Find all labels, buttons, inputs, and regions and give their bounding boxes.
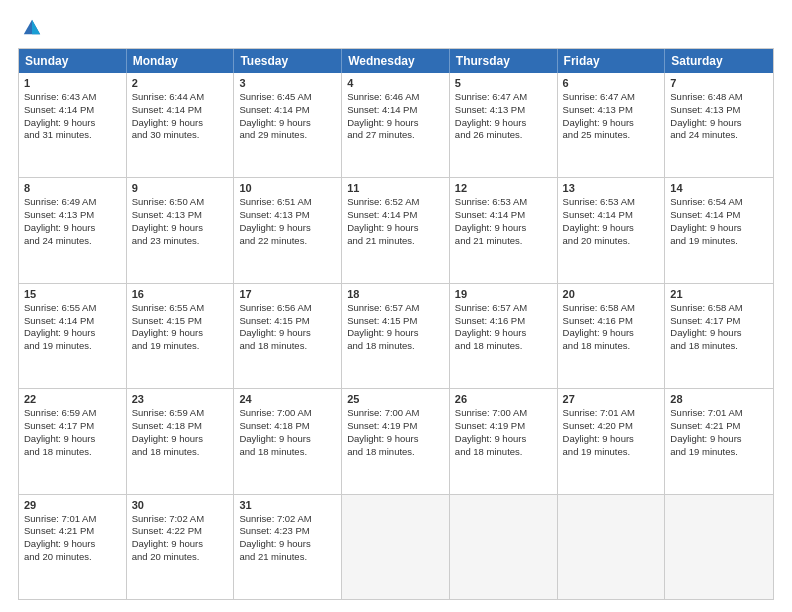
cell-info-line: and 21 minutes. [455, 235, 552, 248]
cell-info-line: and 21 minutes. [239, 551, 336, 564]
calendar-cell: 22Sunrise: 6:59 AMSunset: 4:17 PMDayligh… [19, 389, 127, 493]
logo [18, 18, 42, 38]
cell-info-line: and 19 minutes. [670, 235, 768, 248]
calendar-cell: 15Sunrise: 6:55 AMSunset: 4:14 PMDayligh… [19, 284, 127, 388]
calendar-header: SundayMondayTuesdayWednesdayThursdayFrid… [19, 49, 773, 73]
cell-info-line: Daylight: 9 hours [563, 433, 660, 446]
cell-info-line: and 18 minutes. [563, 340, 660, 353]
cell-info-line: Sunset: 4:14 PM [670, 209, 768, 222]
cell-info-line: Daylight: 9 hours [563, 327, 660, 340]
cell-info-line: Sunrise: 6:50 AM [132, 196, 229, 209]
calendar-cell: 3Sunrise: 6:45 AMSunset: 4:14 PMDaylight… [234, 73, 342, 177]
day-number: 11 [347, 182, 444, 194]
cell-info-line: Daylight: 9 hours [239, 222, 336, 235]
cell-info-line: and 19 minutes. [24, 340, 121, 353]
cell-info-line: Sunrise: 6:45 AM [239, 91, 336, 104]
cell-info-line: Sunset: 4:18 PM [132, 420, 229, 433]
cell-info-line: Sunrise: 7:00 AM [347, 407, 444, 420]
calendar-cell: 9Sunrise: 6:50 AMSunset: 4:13 PMDaylight… [127, 178, 235, 282]
cell-info-line: Sunset: 4:21 PM [24, 525, 121, 538]
calendar-cell: 18Sunrise: 6:57 AMSunset: 4:15 PMDayligh… [342, 284, 450, 388]
cell-info-line: Daylight: 9 hours [347, 117, 444, 130]
cell-info-line: Sunrise: 6:58 AM [563, 302, 660, 315]
cell-info-line: Daylight: 9 hours [132, 222, 229, 235]
cell-info-line: Sunset: 4:16 PM [455, 315, 552, 328]
day-number: 5 [455, 77, 552, 89]
calendar-cell: 24Sunrise: 7:00 AMSunset: 4:18 PMDayligh… [234, 389, 342, 493]
cell-info-line: and 18 minutes. [455, 446, 552, 459]
cell-info-line: Daylight: 9 hours [132, 433, 229, 446]
day-header-sunday: Sunday [19, 49, 127, 73]
calendar-cell: 27Sunrise: 7:01 AMSunset: 4:20 PMDayligh… [558, 389, 666, 493]
day-number: 20 [563, 288, 660, 300]
day-number: 30 [132, 499, 229, 511]
cell-info-line: Sunset: 4:19 PM [347, 420, 444, 433]
cell-info-line: Sunrise: 7:01 AM [24, 513, 121, 526]
cell-info-line: and 26 minutes. [455, 129, 552, 142]
cell-info-line: Sunset: 4:14 PM [24, 104, 121, 117]
cell-info-line: Sunset: 4:13 PM [239, 209, 336, 222]
cell-info-line: Sunrise: 6:47 AM [563, 91, 660, 104]
cell-info-line: and 19 minutes. [670, 446, 768, 459]
cell-info-line: and 18 minutes. [347, 340, 444, 353]
cell-info-line: Sunset: 4:13 PM [132, 209, 229, 222]
calendar-cell: 23Sunrise: 6:59 AMSunset: 4:18 PMDayligh… [127, 389, 235, 493]
calendar-row: 29Sunrise: 7:01 AMSunset: 4:21 PMDayligh… [19, 494, 773, 599]
cell-info-line: Daylight: 9 hours [132, 538, 229, 551]
cell-info-line: and 18 minutes. [347, 446, 444, 459]
calendar-row: 22Sunrise: 6:59 AMSunset: 4:17 PMDayligh… [19, 388, 773, 493]
calendar-cell: 12Sunrise: 6:53 AMSunset: 4:14 PMDayligh… [450, 178, 558, 282]
cell-info-line: Sunset: 4:15 PM [347, 315, 444, 328]
day-number: 2 [132, 77, 229, 89]
cell-info-line: Sunrise: 6:58 AM [670, 302, 768, 315]
day-number: 12 [455, 182, 552, 194]
cell-info-line: Sunrise: 7:02 AM [239, 513, 336, 526]
day-number: 3 [239, 77, 336, 89]
cell-info-line: Daylight: 9 hours [455, 222, 552, 235]
day-number: 15 [24, 288, 121, 300]
page: SundayMondayTuesdayWednesdayThursdayFrid… [0, 0, 792, 612]
cell-info-line: Daylight: 9 hours [563, 117, 660, 130]
calendar-cell: 30Sunrise: 7:02 AMSunset: 4:22 PMDayligh… [127, 495, 235, 599]
cell-info-line: Daylight: 9 hours [132, 327, 229, 340]
cell-info-line: Sunrise: 7:02 AM [132, 513, 229, 526]
calendar-cell: 4Sunrise: 6:46 AMSunset: 4:14 PMDaylight… [342, 73, 450, 177]
day-number: 23 [132, 393, 229, 405]
cell-info-line: Daylight: 9 hours [347, 222, 444, 235]
calendar-cell: 20Sunrise: 6:58 AMSunset: 4:16 PMDayligh… [558, 284, 666, 388]
cell-info-line: and 20 minutes. [563, 235, 660, 248]
cell-info-line: Sunset: 4:23 PM [239, 525, 336, 538]
calendar-row: 8Sunrise: 6:49 AMSunset: 4:13 PMDaylight… [19, 177, 773, 282]
calendar-cell [450, 495, 558, 599]
cell-info-line: Sunset: 4:14 PM [455, 209, 552, 222]
cell-info-line: Daylight: 9 hours [670, 327, 768, 340]
cell-info-line: Sunset: 4:22 PM [132, 525, 229, 538]
cell-info-line: and 18 minutes. [24, 446, 121, 459]
calendar-cell: 25Sunrise: 7:00 AMSunset: 4:19 PMDayligh… [342, 389, 450, 493]
cell-info-line: Daylight: 9 hours [132, 117, 229, 130]
day-number: 7 [670, 77, 768, 89]
cell-info-line: Daylight: 9 hours [563, 222, 660, 235]
day-number: 17 [239, 288, 336, 300]
cell-info-line: Sunrise: 6:57 AM [347, 302, 444, 315]
cell-info-line: and 31 minutes. [24, 129, 121, 142]
cell-info-line: Sunrise: 6:47 AM [455, 91, 552, 104]
cell-info-line: and 19 minutes. [563, 446, 660, 459]
calendar-cell: 8Sunrise: 6:49 AMSunset: 4:13 PMDaylight… [19, 178, 127, 282]
cell-info-line: Daylight: 9 hours [670, 433, 768, 446]
cell-info-line: and 18 minutes. [239, 446, 336, 459]
cell-info-line: Sunset: 4:14 PM [347, 209, 444, 222]
cell-info-line: Sunrise: 6:49 AM [24, 196, 121, 209]
calendar-row: 15Sunrise: 6:55 AMSunset: 4:14 PMDayligh… [19, 283, 773, 388]
day-number: 26 [455, 393, 552, 405]
day-number: 8 [24, 182, 121, 194]
calendar-cell: 26Sunrise: 7:00 AMSunset: 4:19 PMDayligh… [450, 389, 558, 493]
calendar-cell: 21Sunrise: 6:58 AMSunset: 4:17 PMDayligh… [665, 284, 773, 388]
cell-info-line: and 25 minutes. [563, 129, 660, 142]
cell-info-line: Sunset: 4:15 PM [132, 315, 229, 328]
day-number: 6 [563, 77, 660, 89]
cell-info-line: Sunset: 4:13 PM [455, 104, 552, 117]
calendar-cell [665, 495, 773, 599]
calendar-cell: 19Sunrise: 6:57 AMSunset: 4:16 PMDayligh… [450, 284, 558, 388]
day-number: 25 [347, 393, 444, 405]
